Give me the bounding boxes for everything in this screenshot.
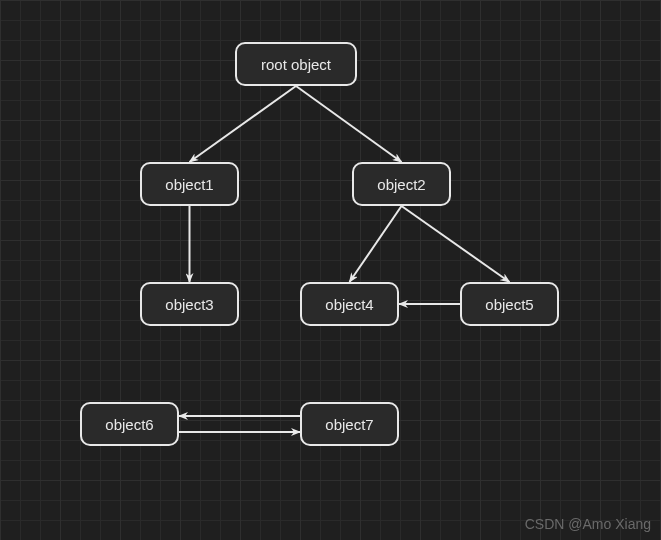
node-obj2: object2: [352, 162, 451, 206]
node-obj4: object4: [300, 282, 399, 326]
node-obj1: object1: [140, 162, 239, 206]
node-label: object1: [165, 176, 213, 193]
node-obj6: object6: [80, 402, 179, 446]
node-root: root object: [235, 42, 357, 86]
node-label: object6: [105, 416, 153, 433]
watermark-text: CSDN @Amo Xiang: [525, 516, 651, 532]
node-label: object7: [325, 416, 373, 433]
node-label: object2: [377, 176, 425, 193]
node-obj7: object7: [300, 402, 399, 446]
node-label: object5: [485, 296, 533, 313]
node-label: root object: [261, 56, 331, 73]
node-label: object4: [325, 296, 373, 313]
node-obj3: object3: [140, 282, 239, 326]
node-obj5: object5: [460, 282, 559, 326]
node-label: object3: [165, 296, 213, 313]
